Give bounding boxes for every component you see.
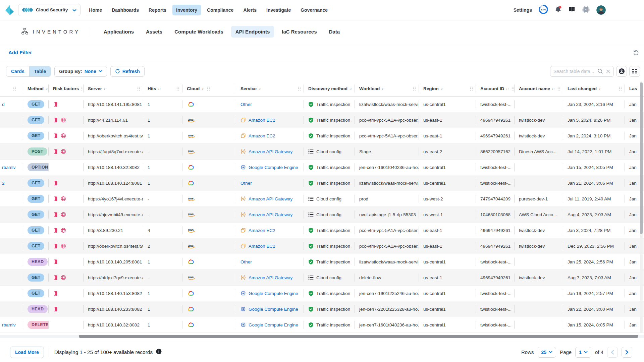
reset-filters-icon[interactable] — [633, 49, 639, 56]
table-row[interactable]: GEThttps://4yo167j4vi.execute-ap...-awsA… — [0, 191, 644, 207]
sort-toggle-icon[interactable]: ↓↑ — [45, 86, 48, 90]
table-row[interactable]: rbamlvOPTIONShttp://10.188.140.32:80821G… — [0, 160, 644, 175]
column-drag-handle[interactable] — [176, 86, 179, 91]
column-header-region[interactable]: Region↓↑ — [419, 81, 476, 96]
service-link[interactable]: Other — [240, 102, 252, 107]
documentation-book-icon[interactable] — [568, 6, 576, 14]
table-row[interactable]: GEThttp://3.89.230.214awsAmazon EC2Traff… — [0, 223, 644, 238]
nav-item-home[interactable]: Home — [85, 5, 106, 15]
table-row[interactable]: POSThttps://jfugd8q7xd.execute-ap...-aws… — [0, 144, 644, 160]
tab-api-endpoints[interactable]: API Endpoints — [231, 26, 274, 38]
search-icon[interactable] — [597, 68, 603, 74]
service-link[interactable]: Google Compute Engine — [249, 291, 298, 296]
sort-toggle-icon[interactable]: ↓↑ — [381, 86, 385, 90]
service-link[interactable]: Google Compute Engine — [249, 307, 298, 312]
column-header-service[interactable]: Service↓↑ — [236, 81, 304, 96]
tab-compute-workloads[interactable]: Compute Workloads — [170, 26, 228, 38]
service-link[interactable]: Amazon API Gateway — [249, 212, 292, 217]
page-select[interactable]: 1 — [575, 347, 591, 358]
search-input[interactable] — [553, 69, 595, 74]
service-link[interactable]: Amazon API Gateway — [249, 149, 292, 154]
table-row[interactable]: GEThttps://nfdpxt7qc9.execute-ap...-awsA… — [0, 270, 644, 286]
tab-applications[interactable]: Applications — [99, 26, 138, 38]
table-row[interactable]: HEADhttp://10.188.140.205:80811OtherTraf… — [0, 254, 644, 270]
table-row[interactable]: dGEThttp://10.188.141.195:80811OtherTraf… — [0, 97, 644, 112]
rows-per-page-select[interactable]: 25 — [538, 347, 556, 358]
service-link[interactable]: Other — [240, 259, 252, 264]
column-header-account_id[interactable]: Account ID↓↑ — [476, 81, 514, 96]
nav-item-alerts[interactable]: Alerts — [239, 5, 260, 15]
download-button[interactable] — [616, 66, 627, 77]
nav-item-compliance[interactable]: Compliance — [203, 5, 237, 15]
info-icon[interactable] — [156, 349, 162, 356]
column-header-cloud[interactable]: Cloud↓↑ — [182, 81, 236, 96]
column-drag-handle[interactable] — [557, 86, 560, 91]
endpoint-link[interactable]: rbamlv — [2, 322, 16, 327]
nav-item-inventory[interactable]: Inventory — [172, 5, 201, 15]
service-link[interactable]: Google Compute Engine — [249, 322, 298, 327]
tab-data[interactable]: Data — [324, 26, 344, 38]
vertical-scrollbar-thumb[interactable] — [640, 82, 643, 234]
column-header-last_changed[interactable]: Last changed↓↑ — [563, 81, 625, 96]
nav-item-dashboards[interactable]: Dashboards — [108, 5, 143, 15]
ai-copilot-chip-icon[interactable]: AI — [582, 5, 590, 15]
sort-toggle-icon[interactable]: ↓↑ — [258, 86, 262, 90]
sort-toggle-icon[interactable]: ↓↑ — [158, 86, 161, 90]
column-header-server[interactable]: Server↓↑ — [83, 81, 143, 96]
user-avatar[interactable] — [596, 5, 606, 15]
table-row[interactable]: GEThttp://oberkovitch.os4test.twi...2aws… — [0, 238, 644, 254]
column-drag-handle[interactable] — [298, 86, 301, 91]
horizontal-scrollbar[interactable] — [0, 335, 644, 338]
tab-assets[interactable]: Assets — [142, 26, 167, 38]
previous-page-button[interactable] — [607, 347, 618, 358]
service-link[interactable]: Amazon API Gateway — [249, 275, 292, 280]
table-row[interactable]: GEThttp://10.188.140.153:80821Google Com… — [0, 286, 644, 301]
table-row[interactable]: HEADhttp://10.188.140.233:80821Google Co… — [0, 301, 644, 317]
sort-toggle-icon[interactable]: ↓↑ — [349, 86, 353, 90]
clear-search-icon[interactable] — [606, 69, 610, 74]
sort-toggle-icon[interactable]: ↓↑ — [506, 86, 509, 90]
service-link[interactable]: Amazon EC2 — [249, 228, 275, 233]
service-link[interactable]: Google Compute Engine — [249, 165, 298, 170]
service-link[interactable]: Amazon API Gateway — [249, 196, 292, 201]
cards-view-button[interactable]: Cards — [6, 66, 29, 76]
column-header-account_name[interactable]: Account name↓↑ — [514, 81, 563, 96]
table-row[interactable]: 2GEThttp://10.188.140.124:80811OtherTraf… — [0, 175, 644, 191]
prisma-cloud-logo-icon[interactable] — [5, 5, 14, 15]
table-row[interactable]: rbamlvDELETEhttp://10.188.140.32:80821Go… — [0, 317, 644, 333]
table-row[interactable]: GEThttp://44.214.114.611awsAmazon EC2Tra… — [0, 112, 644, 128]
column-header-discovery[interactable]: Discovery method↓↑ — [304, 81, 355, 96]
endpoint-link[interactable]: rbamlv — [2, 165, 16, 170]
sort-toggle-icon[interactable]: ↓↑ — [552, 86, 555, 90]
nav-item-governance[interactable]: Governance — [297, 5, 331, 15]
sort-toggle-icon[interactable]: ↓↑ — [104, 86, 107, 90]
table-view-button[interactable]: Table — [29, 66, 51, 76]
column-drag-handle[interactable] — [413, 86, 416, 91]
endpoint-link[interactable]: 2 — [2, 181, 5, 186]
table-row[interactable]: GEThttps://njqvmbii49.execute-ap...-awsA… — [0, 207, 644, 223]
add-filter-button[interactable]: Add Filter — [8, 50, 32, 55]
service-link[interactable]: Amazon EC2 — [249, 118, 275, 123]
column-settings-button[interactable] — [629, 66, 640, 77]
credit-usage-ring[interactable]: 83% — [538, 4, 548, 16]
column-drag-handle[interactable] — [207, 86, 210, 91]
load-more-button[interactable]: Load More — [10, 347, 44, 358]
nav-item-reports[interactable]: Reports — [145, 5, 170, 15]
service-link[interactable]: Amazon EC2 — [249, 133, 275, 138]
sort-toggle-icon[interactable]: ↓↑ — [440, 86, 444, 90]
column-header-workload[interactable]: Workload↓↑ — [355, 81, 419, 96]
column-drag-handle[interactable] — [512, 86, 514, 91]
vertical-scrollbar[interactable] — [640, 81, 643, 333]
column-drag-handle[interactable] — [470, 86, 473, 91]
endpoint-link[interactable]: d — [2, 102, 5, 107]
column-header-method[interactable]: Method↓↑ — [23, 81, 48, 96]
nav-item-investigate[interactable]: Investigate — [263, 5, 294, 15]
column-drag-handle[interactable] — [137, 86, 140, 91]
refresh-button[interactable]: Refresh — [110, 66, 145, 77]
sort-toggle-icon[interactable]: ↓↑ — [598, 86, 602, 90]
table-row[interactable]: GEThttp://oberkovitch.os4test.twi...1aws… — [0, 128, 644, 144]
group-by-dropdown[interactable]: Group By: None — [54, 66, 107, 77]
notifications-bell-icon[interactable] — [555, 6, 562, 14]
settings-link[interactable]: Settings — [514, 7, 532, 13]
column-drag-handle[interactable] — [619, 86, 622, 91]
